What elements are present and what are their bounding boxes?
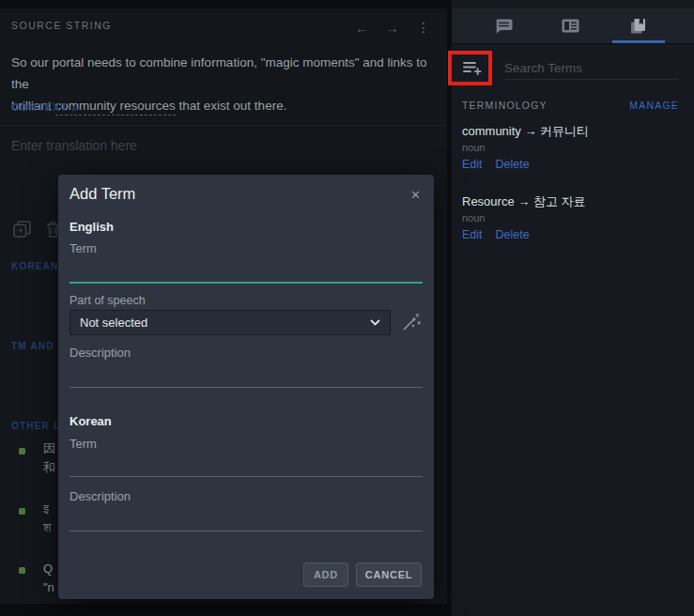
- previous-segment-icon[interactable]: ←: [355, 21, 369, 35]
- next-segment-strip: [0, 604, 447, 616]
- context-link[interactable]: CONTEXT▶: [11, 101, 80, 113]
- app-window: SOURCE STRING ← → ⋮ So our portal needs …: [0, 0, 694, 616]
- english-section-heading: English: [69, 220, 114, 234]
- part-of-speech-label: Part of speech: [69, 294, 146, 307]
- delete-link[interactable]: Delete: [496, 228, 530, 241]
- modal-title: Add Term: [69, 185, 135, 203]
- glossary-icon: [628, 17, 647, 36]
- annotation-highlight-box: [448, 51, 492, 85]
- term-pos: noun: [462, 212, 485, 223]
- search-terms-input[interactable]: Search Terms: [504, 61, 582, 75]
- manage-link[interactable]: MANAGE: [629, 100, 679, 111]
- search-underline: [503, 79, 678, 80]
- korean-description-underline: [69, 531, 423, 531]
- chevron-down-icon: [370, 319, 380, 326]
- tab-glossary[interactable]: [611, 8, 664, 43]
- korean-term-input[interactable]: Term: [69, 437, 97, 451]
- status-bullet: [19, 567, 25, 574]
- term-actions: EditDelete: [462, 228, 530, 241]
- arrow-icon: →: [524, 124, 536, 138]
- term-row-title: community → 커뮤니티: [462, 123, 589, 140]
- source-text-line2-post: that exist out there.: [176, 99, 287, 113]
- english-term-input[interactable]: Term: [69, 241, 97, 255]
- delete-link[interactable]: Delete: [496, 158, 530, 171]
- auto-suggest-button[interactable]: [401, 312, 422, 332]
- status-bullet: [19, 508, 25, 515]
- tab-comments[interactable]: [477, 8, 530, 43]
- english-term-underline-focused: [69, 282, 423, 284]
- source-divider: [0, 125, 447, 126]
- korean-description-input[interactable]: Description: [69, 489, 131, 503]
- kebab-menu-icon[interactable]: ⋮: [417, 21, 430, 34]
- part-of-speech-select[interactable]: Not selected: [69, 310, 391, 335]
- term-pos: noun: [462, 142, 485, 153]
- arrow-icon: →: [517, 194, 530, 208]
- active-tab-indicator: [612, 40, 665, 43]
- korean-term-underline: [69, 476, 423, 477]
- comment-icon: [495, 19, 513, 34]
- context-caret-icon: ▶: [72, 103, 80, 113]
- sidebar-tabbar: [452, 8, 694, 44]
- translation-input[interactable]: Enter translation here: [11, 138, 137, 153]
- status-bullet: [19, 448, 25, 454]
- source-text-line1: So our portal needs to combine informati…: [11, 55, 427, 91]
- cancel-button[interactable]: CANCEL: [356, 562, 422, 587]
- next-segment-icon[interactable]: →: [385, 21, 399, 35]
- term-actions: EditDelete: [462, 158, 530, 171]
- source-string-label: SOURCE STRING: [11, 20, 112, 31]
- terminology-header: TERMINOLOGY: [462, 100, 547, 111]
- close-icon[interactable]: ✕: [410, 188, 421, 202]
- english-description-underline: [69, 387, 423, 388]
- edit-link[interactable]: Edit: [462, 158, 483, 171]
- document-icon: [562, 19, 579, 33]
- korean-section-heading: Korean: [69, 414, 112, 428]
- edit-link[interactable]: Edit: [462, 228, 483, 241]
- tab-document[interactable]: [544, 8, 596, 43]
- term-row-title: Resource → 참고 자료: [462, 193, 586, 210]
- magic-wand-icon: [401, 312, 422, 332]
- copy-source-icon[interactable]: [13, 221, 31, 242]
- add-button[interactable]: ADD: [303, 562, 348, 587]
- add-term-modal: Add Term ✕ English Term Part of speech N…: [58, 175, 434, 599]
- english-description-input[interactable]: Description: [69, 346, 131, 360]
- sidebar-panel: Search Terms TERMINOLOGY MANAGE communit…: [452, 0, 694, 616]
